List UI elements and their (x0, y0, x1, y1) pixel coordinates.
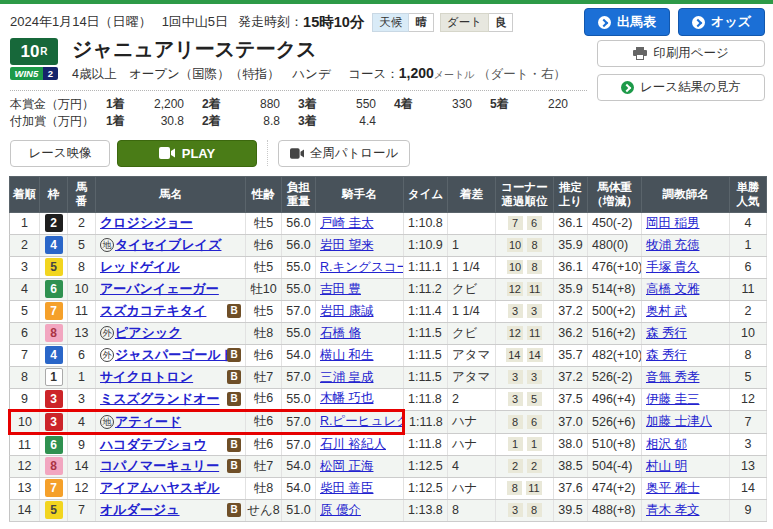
finish-time: 1:11.8 (404, 388, 448, 410)
jockey-link[interactable]: 柴田 善臣 (320, 481, 373, 495)
trainer-link[interactable]: 高橋 文雅 (646, 282, 699, 296)
horse-name-cell: 外ジャスパーゴールドB (96, 344, 246, 366)
prize-rank: 3着 (298, 96, 326, 113)
sex-age: 牡6 (246, 410, 282, 433)
trainer-link[interactable]: 牧浦 充徳 (646, 238, 699, 252)
finish-position: 14 (10, 499, 40, 521)
column-header: 馬名 (96, 176, 246, 212)
horse-name-link[interactable]: アイアムハヤスギル (100, 480, 220, 495)
horse-name-cell: スズカコテキタイB (96, 300, 246, 322)
last-3f-time: 35.9 (554, 278, 588, 300)
prize-amount: 2,200 (134, 96, 184, 113)
trainer-link[interactable]: 音無 秀孝 (646, 370, 699, 384)
trainer-link[interactable]: 村山 明 (646, 459, 687, 473)
trainer-link[interactable]: 相沢 郁 (646, 437, 687, 451)
play-button[interactable]: PLAY (117, 140, 257, 167)
horse-name-link[interactable]: アーバンイェーガー (100, 281, 219, 296)
jockey-link[interactable]: 松岡 正海 (320, 459, 373, 473)
carried-weight: 54.0 (282, 477, 316, 499)
start-time-label: 発走時刻： (238, 13, 303, 31)
jockey-link[interactable]: 横山 和生 (320, 348, 373, 362)
carried-weight: 57.0 (282, 366, 316, 388)
result-row: 122クロジシジョー牡556.0戸崎 圭太1:10.87636.1450(-2)… (10, 212, 767, 234)
horse-name-link[interactable]: タイセイブレイズ (115, 237, 221, 252)
horse-name-link[interactable]: ピアシック (115, 325, 182, 340)
trainer-link[interactable]: 奥平 雅士 (646, 481, 699, 495)
jockey-cell: 岩田 望来 (316, 234, 404, 256)
odds-button-label: オッズ (711, 13, 751, 31)
corner-position-box: 6 (527, 415, 542, 429)
margin: 8 (448, 499, 496, 521)
win-favorite-rank: 4 (730, 212, 767, 234)
corner-position-box: 2 (527, 459, 542, 473)
jockey-link[interactable]: 三浦 皇成 (320, 370, 373, 384)
jockey-link[interactable]: 岩田 康誠 (320, 304, 373, 318)
patrol-video-button[interactable]: 全周パトロール (278, 140, 410, 167)
results-guide-button[interactable]: レース結果の見方 (597, 74, 765, 101)
last-3f-time: 36.2 (554, 322, 588, 344)
jockey-link[interactable]: 岩田 望来 (320, 238, 373, 252)
race-number-suffix: R (40, 46, 47, 57)
trainer-link[interactable]: 手塚 貴久 (646, 260, 699, 274)
shutsuba-button[interactable]: 出馬表 (584, 8, 670, 36)
horse-name-link[interactable]: オルダージュ (100, 502, 180, 517)
finish-time: 1:13.8 (404, 499, 448, 521)
race-title: ジャニュアリーステークス (72, 38, 566, 61)
column-header: 枠 (40, 176, 68, 212)
jockey-link[interactable]: 原 優介 (320, 503, 361, 517)
margin: ハナ (448, 410, 496, 433)
video-button-row: レース映像 PLAY 全周パトロール (10, 140, 587, 167)
horse-name-link[interactable]: アティード (115, 414, 181, 429)
win-favorite-rank: 13 (730, 455, 767, 477)
jockey-link[interactable]: 石川 裕紀人 (320, 437, 386, 451)
trainer-link[interactable]: 青木 孝文 (646, 503, 699, 517)
result-row: 4610アーバンイェーガー牡1055.0吉田 豊1:11.2クビ121135.9… (10, 278, 767, 300)
frame-number-cell: 3 (40, 410, 68, 433)
blinker-badge: B (227, 348, 241, 362)
horse-name-link[interactable]: コパノマーキュリー (100, 458, 219, 473)
column-header: タイム (404, 176, 448, 212)
finish-position: 9 (10, 388, 40, 410)
race-number-badge: 10R (10, 38, 58, 65)
column-header: 騎手名 (316, 176, 404, 212)
race-video-button[interactable]: レース映像 (10, 140, 110, 167)
finish-time: 1:11.5 (404, 344, 448, 366)
trainer-cell: 牧浦 充徳 (642, 234, 730, 256)
trainer-cell: 音無 秀孝 (642, 366, 730, 388)
blinker-badge: B (227, 370, 241, 384)
horse-name-link[interactable]: ミスズグランドオー (100, 391, 219, 406)
race-number: 10 (20, 42, 39, 62)
trainer-link[interactable]: 奥村 武 (646, 304, 687, 318)
win-favorite-rank: 11 (730, 278, 767, 300)
horse-name-link[interactable]: ハコダテブショウ (100, 437, 206, 452)
sex-age: 牡6 (246, 388, 282, 410)
horse-number: 6 (68, 344, 96, 366)
corner-positions: 1211 (496, 322, 554, 344)
jockey-link[interactable]: 吉田 豊 (320, 282, 361, 296)
horse-name-link[interactable]: ジャスパーゴールド (115, 347, 234, 362)
corner-position-box: 7 (508, 216, 523, 230)
jockey-link[interactable]: 石橋 脩 (320, 326, 361, 340)
horse-name-link[interactable]: スズカコテキタイ (100, 303, 206, 318)
horse-name-link[interactable]: クロジシジョー (100, 215, 193, 230)
trainer-link[interactable]: 岡田 稲男 (646, 216, 699, 230)
trainer-link[interactable]: 伊藤 圭三 (646, 392, 699, 406)
trainer-link[interactable]: 森 秀行 (646, 326, 687, 340)
jockey-link[interactable]: R.キングスコート (320, 260, 404, 274)
corner-position-box: 10 (507, 238, 523, 252)
horse-name-link[interactable]: レッドゲイル (100, 259, 180, 274)
odds-button[interactable]: オッズ (678, 8, 765, 36)
frame-number-badge: 8 (45, 457, 63, 475)
corner-position-box: 5 (527, 392, 542, 406)
trainer-link[interactable]: 森 秀行 (646, 348, 687, 362)
win-favorite-rank: 12 (730, 388, 767, 410)
horse-number: 13 (68, 322, 96, 344)
print-page-button[interactable]: 印刷用ページ (597, 40, 765, 67)
jockey-link[interactable]: 木幡 巧也 (320, 391, 373, 405)
horse-name-link[interactable]: サイクロトロン (100, 369, 193, 384)
jockey-link[interactable]: R.ピーヒュレク (320, 414, 404, 428)
trainer-link[interactable]: 加藤 士津八 (646, 414, 712, 428)
jockey-link[interactable]: 戸崎 圭太 (320, 216, 373, 230)
finish-time: 1:11.1 (404, 256, 448, 278)
corner-position-box: 8 (507, 481, 522, 495)
